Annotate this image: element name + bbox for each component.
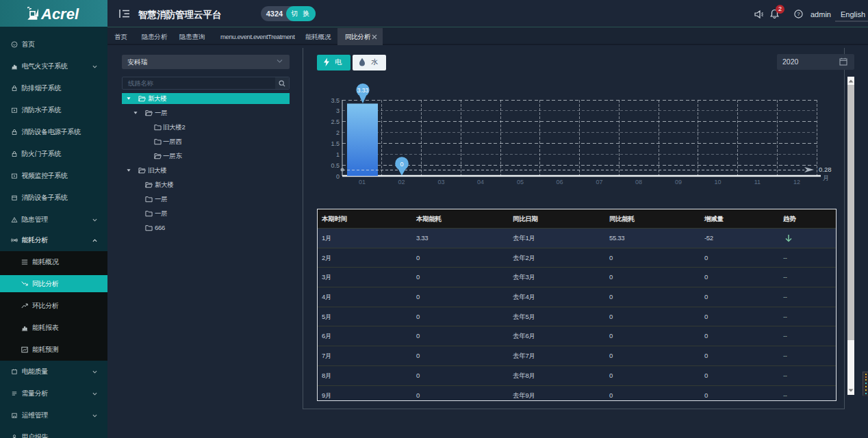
svg-text:07: 07 xyxy=(596,179,602,185)
svg-text:04: 04 xyxy=(477,179,484,185)
svg-text:0: 0 xyxy=(336,173,340,180)
svg-text:08: 08 xyxy=(635,179,642,185)
svg-text:1.5: 1.5 xyxy=(331,140,340,147)
svg-text:0.28: 0.28 xyxy=(819,166,832,173)
svg-text:09: 09 xyxy=(675,179,682,185)
svg-text:2.5: 2.5 xyxy=(331,118,340,125)
svg-text:10: 10 xyxy=(715,179,722,185)
svg-text:05: 05 xyxy=(517,179,524,185)
svg-text:02: 02 xyxy=(398,179,405,185)
svg-text:12: 12 xyxy=(793,179,800,185)
svg-text:06: 06 xyxy=(557,179,563,185)
svg-text:?: ? xyxy=(797,11,800,17)
svg-text:11: 11 xyxy=(754,179,761,185)
svg-text:月: 月 xyxy=(823,174,830,181)
svg-text:0.5: 0.5 xyxy=(331,162,340,169)
svg-text:1: 1 xyxy=(336,151,340,158)
svg-text:3: 3 xyxy=(336,107,340,114)
svg-text:03: 03 xyxy=(437,179,444,185)
svg-text:Acrel: Acrel xyxy=(40,5,79,23)
svg-text:3.5: 3.5 xyxy=(331,97,340,104)
svg-text:0: 0 xyxy=(400,161,403,168)
svg-text:01: 01 xyxy=(359,179,366,185)
svg-text:2: 2 xyxy=(336,129,340,136)
svg-text:3.33: 3.33 xyxy=(357,87,369,94)
